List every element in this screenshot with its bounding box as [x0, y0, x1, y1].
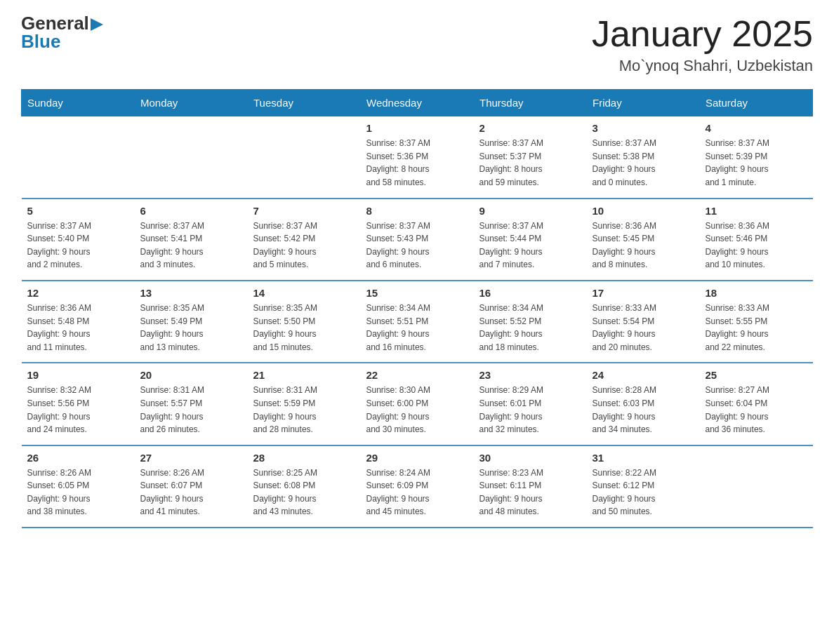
- calendar-empty-cell: [248, 116, 361, 199]
- day-number: 23: [479, 369, 581, 381]
- calendar-day-4: 4Sunrise: 8:37 AMSunset: 5:39 PMDaylight…: [700, 116, 813, 199]
- day-number: 21: [253, 369, 355, 381]
- calendar-day-13: 13Sunrise: 8:35 AMSunset: 5:49 PMDayligh…: [135, 281, 248, 363]
- calendar-day-16: 16Sunrise: 8:34 AMSunset: 5:52 PMDayligh…: [474, 281, 587, 363]
- title-block: January 2025 Mo`ynoq Shahri, Uzbekistan: [592, 14, 813, 75]
- calendar-day-14: 14Sunrise: 8:35 AMSunset: 5:50 PMDayligh…: [248, 281, 361, 363]
- day-number: 5: [27, 205, 129, 217]
- day-info: Sunrise: 8:32 AMSunset: 5:56 PMDaylight:…: [27, 384, 129, 436]
- day-number: 12: [27, 287, 129, 299]
- day-number: 4: [706, 122, 807, 134]
- calendar-empty-cell: [22, 116, 135, 199]
- calendar-day-23: 23Sunrise: 8:29 AMSunset: 6:01 PMDayligh…: [474, 363, 587, 445]
- day-number: 1: [366, 122, 468, 134]
- weekday-header-thursday: Thursday: [474, 90, 587, 116]
- day-number: 19: [27, 369, 129, 381]
- day-info: Sunrise: 8:37 AMSunset: 5:36 PMDaylight:…: [366, 137, 468, 189]
- calendar-empty-cell: [700, 445, 813, 528]
- day-info: Sunrise: 8:34 AMSunset: 5:51 PMDaylight:…: [366, 302, 468, 354]
- calendar-week-row: 1Sunrise: 8:37 AMSunset: 5:36 PMDaylight…: [22, 116, 813, 199]
- calendar-week-row: 19Sunrise: 8:32 AMSunset: 5:56 PMDayligh…: [22, 363, 813, 445]
- day-number: 2: [479, 122, 581, 134]
- calendar-week-row: 12Sunrise: 8:36 AMSunset: 5:48 PMDayligh…: [22, 281, 813, 363]
- calendar-day-10: 10Sunrise: 8:36 AMSunset: 5:45 PMDayligh…: [587, 199, 700, 281]
- weekday-header-monday: Monday: [135, 90, 248, 116]
- day-info: Sunrise: 8:23 AMSunset: 6:11 PMDaylight:…: [479, 467, 581, 518]
- calendar-day-27: 27Sunrise: 8:26 AMSunset: 6:07 PMDayligh…: [135, 445, 248, 528]
- calendar-day-19: 19Sunrise: 8:32 AMSunset: 5:56 PMDayligh…: [22, 363, 135, 445]
- weekday-header-tuesday: Tuesday: [248, 90, 361, 116]
- calendar-day-25: 25Sunrise: 8:27 AMSunset: 6:04 PMDayligh…: [700, 363, 813, 445]
- day-info: Sunrise: 8:33 AMSunset: 5:55 PMDaylight:…: [706, 302, 807, 354]
- day-info: Sunrise: 8:31 AMSunset: 5:59 PMDaylight:…: [253, 384, 355, 436]
- day-number: 20: [140, 369, 242, 381]
- calendar-day-12: 12Sunrise: 8:36 AMSunset: 5:48 PMDayligh…: [22, 281, 135, 363]
- day-info: Sunrise: 8:35 AMSunset: 5:49 PMDaylight:…: [140, 302, 242, 354]
- day-info: Sunrise: 8:26 AMSunset: 6:05 PMDaylight:…: [27, 467, 129, 518]
- weekday-header-friday: Friday: [587, 90, 700, 116]
- logo-blue-text: Blue: [21, 32, 60, 51]
- day-number: 24: [593, 369, 694, 381]
- day-number: 22: [366, 369, 468, 381]
- day-number: 8: [366, 205, 468, 217]
- day-info: Sunrise: 8:35 AMSunset: 5:50 PMDaylight:…: [253, 302, 355, 354]
- day-info: Sunrise: 8:28 AMSunset: 6:03 PMDaylight:…: [593, 384, 694, 436]
- calendar-day-30: 30Sunrise: 8:23 AMSunset: 6:11 PMDayligh…: [474, 445, 587, 528]
- calendar-day-2: 2Sunrise: 8:37 AMSunset: 5:37 PMDaylight…: [474, 116, 587, 199]
- calendar-day-18: 18Sunrise: 8:33 AMSunset: 5:55 PMDayligh…: [700, 281, 813, 363]
- page-header: General Blue January 2025 Mo`ynoq Shahri…: [21, 14, 813, 75]
- day-number: 6: [140, 205, 242, 217]
- day-info: Sunrise: 8:27 AMSunset: 6:04 PMDaylight:…: [706, 384, 807, 436]
- day-number: 27: [140, 452, 242, 464]
- calendar-day-15: 15Sunrise: 8:34 AMSunset: 5:51 PMDayligh…: [361, 281, 474, 363]
- calendar-empty-cell: [135, 116, 248, 199]
- calendar-day-29: 29Sunrise: 8:24 AMSunset: 6:09 PMDayligh…: [361, 445, 474, 528]
- day-number: 26: [27, 452, 129, 464]
- logo-general-text: General: [21, 14, 89, 32]
- day-number: 16: [479, 287, 581, 299]
- calendar-day-11: 11Sunrise: 8:36 AMSunset: 5:46 PMDayligh…: [700, 199, 813, 281]
- calendar-day-26: 26Sunrise: 8:26 AMSunset: 6:05 PMDayligh…: [22, 445, 135, 528]
- day-info: Sunrise: 8:29 AMSunset: 6:01 PMDaylight:…: [479, 384, 581, 436]
- calendar-day-22: 22Sunrise: 8:30 AMSunset: 6:00 PMDayligh…: [361, 363, 474, 445]
- day-info: Sunrise: 8:37 AMSunset: 5:44 PMDaylight:…: [479, 220, 581, 271]
- day-info: Sunrise: 8:33 AMSunset: 5:54 PMDaylight:…: [593, 302, 694, 354]
- day-number: 3: [593, 122, 694, 134]
- day-number: 13: [140, 287, 242, 299]
- calendar-day-17: 17Sunrise: 8:33 AMSunset: 5:54 PMDayligh…: [587, 281, 700, 363]
- day-number: 28: [253, 452, 355, 464]
- logo-triangle-icon: [91, 18, 103, 31]
- weekday-header-row: SundayMondayTuesdayWednesdayThursdayFrid…: [22, 90, 813, 116]
- calendar-table: SundayMondayTuesdayWednesdayThursdayFrid…: [21, 89, 813, 528]
- weekday-header-wednesday: Wednesday: [361, 90, 474, 116]
- calendar-day-20: 20Sunrise: 8:31 AMSunset: 5:57 PMDayligh…: [135, 363, 248, 445]
- logo: General Blue: [21, 14, 103, 51]
- calendar-day-1: 1Sunrise: 8:37 AMSunset: 5:36 PMDaylight…: [361, 116, 474, 199]
- month-title: January 2025: [592, 14, 813, 54]
- day-number: 17: [593, 287, 694, 299]
- day-number: 18: [706, 287, 807, 299]
- day-number: 31: [593, 452, 694, 464]
- day-info: Sunrise: 8:36 AMSunset: 5:48 PMDaylight:…: [27, 302, 129, 354]
- calendar-day-8: 8Sunrise: 8:37 AMSunset: 5:43 PMDaylight…: [361, 199, 474, 281]
- calendar-day-3: 3Sunrise: 8:37 AMSunset: 5:38 PMDaylight…: [587, 116, 700, 199]
- day-info: Sunrise: 8:37 AMSunset: 5:39 PMDaylight:…: [706, 137, 807, 189]
- calendar-week-row: 5Sunrise: 8:37 AMSunset: 5:40 PMDaylight…: [22, 199, 813, 281]
- day-info: Sunrise: 8:36 AMSunset: 5:46 PMDaylight:…: [706, 220, 807, 271]
- day-info: Sunrise: 8:37 AMSunset: 5:41 PMDaylight:…: [140, 220, 242, 271]
- day-number: 25: [706, 369, 807, 381]
- day-info: Sunrise: 8:36 AMSunset: 5:45 PMDaylight:…: [593, 220, 694, 271]
- day-info: Sunrise: 8:37 AMSunset: 5:40 PMDaylight:…: [27, 220, 129, 271]
- svg-marker-0: [91, 18, 103, 31]
- day-info: Sunrise: 8:37 AMSunset: 5:37 PMDaylight:…: [479, 137, 581, 189]
- location-title: Mo`ynoq Shahri, Uzbekistan: [592, 57, 813, 75]
- calendar-day-31: 31Sunrise: 8:22 AMSunset: 6:12 PMDayligh…: [587, 445, 700, 528]
- day-info: Sunrise: 8:31 AMSunset: 5:57 PMDaylight:…: [140, 384, 242, 436]
- calendar-day-21: 21Sunrise: 8:31 AMSunset: 5:59 PMDayligh…: [248, 363, 361, 445]
- day-info: Sunrise: 8:25 AMSunset: 6:08 PMDaylight:…: [253, 467, 355, 518]
- day-number: 14: [253, 287, 355, 299]
- calendar-day-24: 24Sunrise: 8:28 AMSunset: 6:03 PMDayligh…: [587, 363, 700, 445]
- calendar-week-row: 26Sunrise: 8:26 AMSunset: 6:05 PMDayligh…: [22, 445, 813, 528]
- day-number: 30: [479, 452, 581, 464]
- day-info: Sunrise: 8:30 AMSunset: 6:00 PMDaylight:…: [366, 384, 468, 436]
